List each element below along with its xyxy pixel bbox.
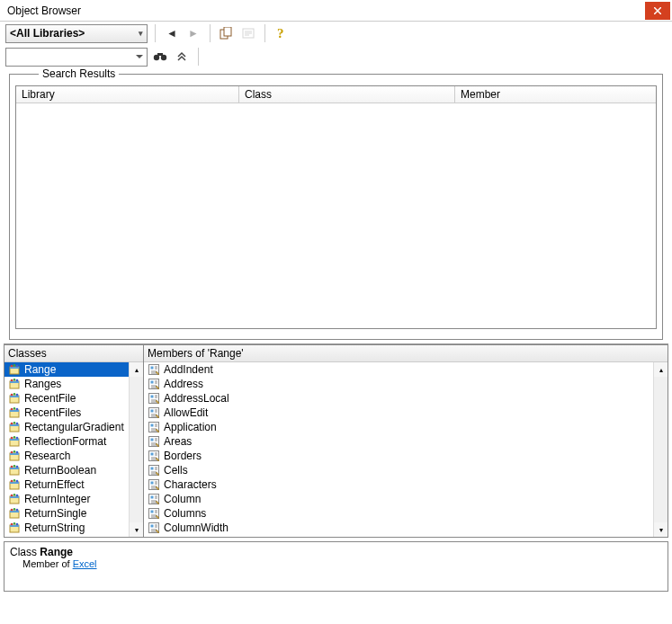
help-button[interactable]: ? [273, 24, 291, 42]
member-item[interactable]: AllowEdit [144, 406, 668, 420]
svg-rect-38 [10, 453, 19, 455]
property-icon [148, 464, 160, 477]
class-item[interactable]: RecentFile [4, 391, 143, 406]
svg-rect-18 [10, 396, 19, 397]
member-item[interactable]: Address [144, 377, 668, 391]
member-item-label: AddressLocal [164, 392, 229, 405]
class-item[interactable]: Ranges [4, 377, 143, 391]
svg-point-20 [13, 393, 16, 396]
member-item[interactable]: Application [144, 420, 668, 434]
class-item[interactable]: Range [4, 362, 143, 377]
member-item[interactable]: Cells [144, 463, 668, 477]
toolbar-divider [198, 48, 199, 66]
svg-rect-33 [10, 439, 19, 441]
property-icon [148, 406, 160, 419]
search-results-table: Library Class Member [15, 85, 657, 329]
svg-point-59 [11, 509, 13, 512]
svg-point-16 [16, 379, 19, 382]
definition-icon [242, 27, 255, 40]
svg-point-29 [11, 423, 13, 425]
search-input[interactable] [5, 48, 148, 67]
arrow-left-icon: ◄ [166, 27, 177, 40]
members-scrollbar[interactable]: ▴ ▾ [653, 362, 668, 537]
binoculars-icon [153, 50, 167, 63]
member-item[interactable]: Column [144, 492, 668, 506]
svg-point-11 [16, 365, 19, 368]
class-icon [8, 392, 21, 405]
help-icon: ? [275, 26, 288, 40]
class-item-label: Research [24, 450, 70, 462]
class-item-label: RecentFiles [24, 406, 81, 419]
class-item[interactable]: ReflectionFormat [4, 434, 143, 449]
scroll-up-icon[interactable]: ▴ [130, 362, 144, 377]
scroll-up-icon[interactable]: ▴ [654, 362, 668, 377]
class-item-label: ReturnString [24, 521, 85, 534]
member-item[interactable]: ColumnWidth [144, 521, 668, 535]
detail-line-2: Member of Excel [10, 558, 662, 569]
class-item[interactable]: ReturnString [4, 521, 143, 535]
svg-rect-48 [10, 482, 19, 484]
class-item-label: ReturnSingle [24, 507, 86, 520]
classes-scrollbar[interactable]: ▴ ▾ [129, 362, 143, 537]
svg-point-50 [13, 479, 16, 482]
member-item[interactable]: AddIndent [144, 362, 668, 377]
column-header-member[interactable]: Member [455, 86, 656, 103]
class-item[interactable]: ReturnInteger [4, 492, 143, 506]
class-item-label: RectangularGradient [24, 421, 124, 433]
member-item[interactable]: Areas [144, 434, 668, 449]
search-results-panel: Search Results Library Class Member [9, 74, 663, 340]
column-header-library[interactable]: Library [16, 86, 239, 103]
class-item-label: RecentFile [24, 392, 76, 405]
svg-rect-84 [151, 482, 154, 485]
nav-back-button[interactable]: ◄ [163, 24, 181, 42]
class-icon [8, 421, 21, 433]
svg-point-36 [16, 437, 19, 440]
svg-point-14 [11, 379, 13, 382]
class-icon [8, 507, 21, 520]
scroll-down-icon[interactable]: ▾ [130, 522, 144, 537]
svg-rect-68 [151, 367, 154, 370]
svg-point-10 [13, 364, 16, 367]
property-icon [148, 507, 160, 520]
svg-point-56 [16, 495, 19, 497]
member-item[interactable]: AddressLocal [144, 391, 668, 406]
svg-rect-8 [10, 367, 19, 369]
svg-point-24 [11, 408, 13, 411]
class-item[interactable]: Research [4, 449, 143, 463]
member-item-label: AddIndent [164, 363, 213, 376]
copy-icon [220, 27, 234, 40]
class-item[interactable]: RectangularGradient [4, 420, 143, 434]
class-item[interactable]: ReturnEffect [4, 477, 143, 492]
property-icon [148, 421, 160, 433]
member-item-label: ColumnWidth [164, 521, 228, 534]
svg-point-45 [13, 465, 16, 468]
detail-library-link[interactable]: Excel [73, 558, 97, 569]
members-list[interactable]: AddIndentAddressAddressLocalAllowEditApp… [144, 362, 668, 537]
classes-list[interactable]: RangeRangesRecentFileRecentFilesRectangu… [4, 362, 143, 537]
toggle-search-results-button[interactable] [173, 48, 191, 66]
scroll-down-icon[interactable]: ▾ [654, 522, 668, 537]
svg-point-15 [13, 379, 16, 381]
class-item-label: Ranges [24, 378, 61, 390]
class-item[interactable]: ReturnSingle [4, 506, 143, 521]
close-button[interactable] [645, 2, 670, 20]
detail-line-1: Class Range [10, 546, 662, 558]
svg-point-31 [16, 423, 19, 425]
class-item[interactable]: ReturnBoolean [4, 463, 143, 477]
library-dropdown[interactable]: <All Libraries> ▾ [5, 24, 148, 43]
search-button[interactable] [151, 48, 169, 66]
detail-member-prefix: Member of [22, 558, 70, 569]
svg-point-44 [11, 466, 13, 468]
member-item[interactable]: Columns [144, 506, 668, 521]
class-item[interactable]: RecentFiles [4, 406, 143, 420]
copy-button[interactable] [218, 24, 236, 42]
svg-point-39 [11, 451, 13, 454]
member-item[interactable]: Characters [144, 477, 668, 492]
search-results-header: Library Class Member [16, 86, 656, 103]
column-header-class[interactable]: Class [239, 86, 455, 103]
member-item[interactable]: Borders [144, 449, 668, 463]
class-icon [8, 450, 21, 462]
library-dropdown-value: <All Libraries> [10, 27, 85, 40]
close-icon [654, 7, 661, 14]
svg-rect-88 [151, 511, 154, 513]
